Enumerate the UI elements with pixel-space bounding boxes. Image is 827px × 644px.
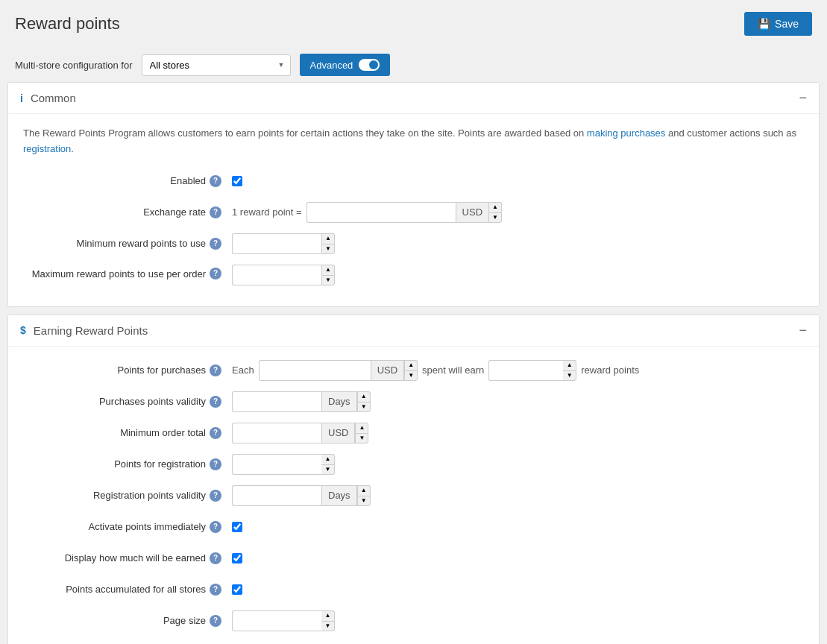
purchases-validity-label: Purchases points validity ?	[23, 396, 232, 408]
enabled-control	[232, 176, 804, 186]
accumulated-checkbox[interactable]	[232, 584, 242, 595]
purchases-validity-down[interactable]: ▼	[357, 402, 371, 412]
max-points-input[interactable]: 0	[232, 265, 321, 285]
earning-section-icon: $	[20, 324, 26, 336]
earning-section-title: Earning Reward Points	[34, 324, 148, 337]
purchases-validity-input[interactable]: 45	[232, 391, 321, 412]
common-section-body: The Reward Points Program allows custome…	[8, 114, 819, 306]
common-section-header-left: i Common	[20, 92, 76, 104]
reg-points-input[interactable]: 0	[232, 454, 321, 475]
min-points-down[interactable]: ▼	[321, 244, 335, 254]
min-points-input[interactable]: 0	[232, 233, 321, 254]
purchases-validity-spin: ▲ ▼	[357, 391, 371, 412]
activate-help-icon[interactable]: ?	[210, 521, 221, 533]
reg-validity-row: Registration points validity ? 30 Days ▲…	[23, 484, 804, 508]
reg-points-help-icon[interactable]: ?	[210, 458, 221, 470]
min-points-label: Minimum reward points to use ?	[23, 238, 232, 250]
save-button[interactable]: 💾 Save	[744, 12, 812, 36]
purchases-validity-input-group: 45 Days ▲ ▼	[232, 391, 371, 412]
exchange-rate-down[interactable]: ▼	[488, 212, 502, 223]
each-up[interactable]: ▲	[404, 360, 418, 370]
content: i Common − The Reward Points Program all…	[0, 82, 827, 644]
reg-points-up[interactable]: ▲	[321, 454, 335, 464]
exchange-rate-help-icon[interactable]: ?	[210, 206, 221, 218]
store-select-wrapper: All stores	[142, 54, 291, 76]
earning-section-header-left: $ Earning Reward Points	[20, 324, 148, 337]
common-description: The Reward Points Program allows custome…	[23, 126, 804, 157]
earning-collapse-button[interactable]: −	[799, 323, 807, 338]
enabled-checkbox[interactable]	[232, 176, 242, 186]
exchange-rate-input[interactable]: 1.0000	[306, 202, 456, 223]
advanced-button[interactable]: Advanced	[300, 54, 391, 76]
display-earned-checkbox[interactable]	[232, 553, 242, 564]
reg-points-down[interactable]: ▼	[321, 464, 335, 475]
each-input[interactable]: 10.0000	[259, 360, 371, 381]
min-points-spin: ▲ ▼	[321, 233, 335, 254]
min-points-help-icon[interactable]: ?	[210, 238, 221, 250]
reg-validity-up[interactable]: ▲	[357, 485, 371, 496]
reg-validity-input[interactable]: 30	[232, 485, 321, 506]
points-purchases-control: Each 10.0000 USD ▲ ▼ spent will earn 1	[232, 360, 804, 381]
reg-validity-input-group: 30 Days ▲ ▼	[232, 485, 371, 506]
accumulated-help-icon[interactable]: ?	[210, 584, 221, 596]
min-order-input[interactable]: 0.0000	[232, 423, 321, 443]
min-order-input-group: 0.0000 USD ▲ ▼	[232, 423, 368, 443]
reg-validity-down[interactable]: ▼	[357, 496, 371, 506]
store-select[interactable]: All stores	[142, 54, 291, 76]
max-points-help-icon[interactable]: ?	[210, 268, 221, 280]
min-points-control: 0 ▲ ▼	[232, 233, 804, 254]
max-points-control: 0 ▲ ▼	[232, 265, 804, 285]
reg-points-spin: ▲ ▼	[321, 454, 335, 475]
display-earned-control	[232, 553, 804, 564]
registration-link[interactable]: registration	[23, 143, 71, 154]
purchases-validity-help-icon[interactable]: ?	[210, 396, 221, 408]
exchange-rate-up[interactable]: ▲	[488, 202, 502, 212]
purchases-validity-row: Purchases points validity ? 45 Days ▲ ▼	[23, 390, 804, 414]
page-size-input[interactable]: 10	[232, 610, 321, 631]
min-order-control: 0.0000 USD ▲ ▼	[232, 423, 804, 443]
page-size-row: Page size ? 10 ▲ ▼	[23, 609, 804, 633]
reg-validity-label: Registration points validity ?	[23, 490, 232, 502]
common-collapse-button[interactable]: −	[799, 90, 807, 106]
min-points-row: Minimum reward points to use ? 0 ▲ ▼	[23, 232, 804, 256]
min-points-input-group: 0 ▲ ▼	[232, 233, 335, 254]
max-points-up[interactable]: ▲	[321, 265, 335, 275]
reg-validity-help-icon[interactable]: ?	[210, 490, 221, 502]
min-order-help-icon[interactable]: ?	[210, 427, 221, 439]
max-points-down[interactable]: ▼	[321, 275, 335, 285]
page-size-down[interactable]: ▼	[321, 621, 335, 631]
common-section-title: Common	[31, 92, 76, 104]
activate-points-label: Activate points immediately ?	[23, 521, 232, 533]
display-earned-row: Display how much will be earned ?	[23, 546, 804, 570]
earning-section: $ Earning Reward Points − Points for pur…	[7, 315, 820, 644]
min-order-down[interactable]: ▼	[355, 433, 368, 443]
page-size-up[interactable]: ▲	[321, 610, 335, 621]
each-down[interactable]: ▼	[404, 370, 418, 381]
min-order-up[interactable]: ▲	[355, 423, 368, 433]
advanced-toggle[interactable]	[359, 59, 380, 71]
enabled-help-icon[interactable]: ?	[210, 175, 221, 187]
reg-validity-spin: ▲ ▼	[357, 485, 371, 506]
points-purchases-help-icon[interactable]: ?	[210, 364, 221, 376]
advanced-label: Advanced	[310, 60, 353, 71]
min-order-row: Minimum order total ? 0.0000 USD ▲ ▼	[23, 421, 804, 445]
page-size-help-icon[interactable]: ?	[210, 615, 221, 627]
exchange-rate-spin: ▲ ▼	[488, 202, 502, 223]
display-earned-help-icon[interactable]: ?	[210, 552, 221, 564]
earn-input[interactable]: 1	[488, 360, 563, 381]
earning-section-header: $ Earning Reward Points −	[8, 315, 819, 347]
earn-spin: ▲ ▼	[563, 360, 576, 381]
activate-points-checkbox[interactable]	[232, 522, 242, 532]
earn-down[interactable]: ▼	[563, 370, 576, 381]
earn-up[interactable]: ▲	[563, 360, 576, 370]
earn-suffix: reward points	[581, 364, 639, 376]
common-section: i Common − The Reward Points Program all…	[7, 82, 820, 307]
points-purchases-inputs: Each 10.0000 USD ▲ ▼ spent will earn 1	[232, 360, 639, 381]
page-size-label: Page size ?	[23, 615, 232, 627]
min-points-up[interactable]: ▲	[321, 233, 335, 244]
purchases-validity-up[interactable]: ▲	[357, 391, 371, 402]
exchange-rate-row: Exchange rate ? 1 reward point = 1.0000 …	[23, 201, 804, 224]
each-unit-badge: USD	[371, 360, 404, 381]
reg-points-label: Points for registration ?	[23, 458, 232, 470]
making-purchases-link[interactable]: making purchases	[587, 127, 666, 139]
